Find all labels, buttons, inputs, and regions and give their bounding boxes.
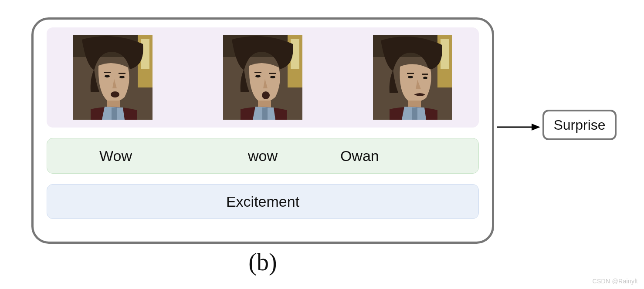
svg-marker-30 [532,124,540,131]
video-frame-3 [373,35,452,120]
arrow-icon [497,122,540,132]
output-label-box: Surprise [542,110,617,140]
svg-point-5 [119,76,125,78]
word-1: Wow [73,148,198,165]
svg-rect-6 [104,72,111,73]
svg-point-25 [423,77,427,79]
emotion-label: Excitement [226,193,299,210]
svg-point-14 [255,75,261,77]
svg-rect-26 [407,73,414,74]
word-3: Owan [327,148,452,165]
svg-point-15 [270,76,275,78]
face-image-icon [73,35,153,120]
svg-point-18 [262,91,270,99]
video-frame-2 [223,35,302,120]
svg-rect-17 [269,73,276,74]
svg-rect-7 [119,73,125,74]
figure-caption: (b) [31,248,494,276]
transcript-words-panel: Wow wow Owan [47,138,479,174]
svg-point-8 [111,91,119,97]
svg-rect-16 [254,72,261,73]
face-image-icon [223,35,302,120]
svg-point-4 [105,75,110,77]
video-frames-panel [47,27,479,128]
svg-rect-27 [422,74,428,75]
watermark: CSDN @Rainylt [593,278,638,285]
word-2: wow [200,148,325,165]
face-image-icon [373,35,452,120]
svg-point-24 [408,76,413,78]
output-label: Surprise [553,117,605,133]
audio-emotion-panel: Excitement [47,184,479,219]
diagram-container: Wow wow Owan Excitement [31,17,494,244]
video-frame-1 [73,35,153,120]
